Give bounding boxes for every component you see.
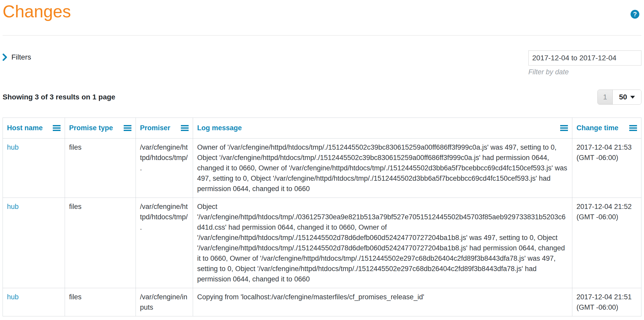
page-size-dropdown[interactable]: 50 [613,90,641,104]
date-range-input[interactable] [528,50,641,66]
column-menu-icon[interactable] [53,125,61,131]
filters-label: Filters [11,53,31,61]
chevron-right-icon [3,54,7,61]
table-header-row: Host name Promise type Promiser [3,118,641,139]
table-row: hub files /var/cfengine/httpd/htdocs/tmp… [3,198,641,288]
column-menu-icon[interactable] [560,125,568,131]
host-name-cell: hub [3,288,65,316]
host-name-cell: hub [3,139,65,198]
column-header-change-time: Change time [572,118,641,139]
column-header-promise-type: Promise type [65,118,136,139]
log-message-cell: Object '/var/cfengine/httpd/htdocs/tmp/.… [193,198,572,288]
pagination: 1 50 [597,90,641,105]
changes-table: Host name Promise type Promiser [3,118,641,316]
changes-page: Changes ? Filters Filter by date Showing… [0,0,644,316]
column-header-log-message: Log message [193,118,572,139]
results-row: Showing 3 of 3 results on 1 page 1 50 [3,90,641,105]
log-message-cell: Copying from 'localhost:/var/cfengine/ma… [193,288,572,316]
help-icon[interactable]: ? [631,10,639,19]
results-summary: Showing 3 of 3 results on 1 page [3,93,115,101]
date-filter-hint: Filter by date [528,68,641,76]
page-title: Changes [3,0,641,21]
page-number-button[interactable]: 1 [598,90,613,104]
filters-toggle[interactable]: Filters [3,50,31,61]
table-row: hub files /var/cfengine/httpd/htdocs/tmp… [3,139,641,198]
column-menu-icon[interactable] [629,125,637,131]
page-header: Changes ? [3,0,641,35]
host-link[interactable]: hub [7,203,19,210]
promise-type-cell: files [65,198,136,288]
promiser-cell: /var/cfengine/httpd/htdocs/tmp/. [136,139,193,198]
host-link[interactable]: hub [7,293,19,301]
change-time-cell: 2017-12-04 21:53 (GMT -06:00) [572,139,641,198]
change-time-cell: 2017-12-04 21:51 (GMT -06:00) [572,288,641,316]
column-menu-icon[interactable] [124,125,131,131]
change-time-cell: 2017-12-04 21:52 (GMT -06:00) [572,198,641,288]
log-message-cell: Owner of '/var/cfengine/httpd/htdocs/tmp… [193,139,572,198]
column-header-host-name: Host name [3,118,65,139]
host-link[interactable]: hub [7,143,19,151]
promise-type-cell: files [65,139,136,198]
table-row: hub files /var/cfengine/inputs Copying f… [3,288,641,316]
promiser-cell: /var/cfengine/httpd/htdocs/tmp/. [136,198,193,288]
page-size-value: 50 [619,93,627,101]
host-name-cell: hub [3,198,65,288]
column-header-promiser: Promiser [136,118,193,139]
date-filter: Filter by date [528,50,641,76]
column-menu-icon[interactable] [181,125,189,131]
filters-row: Filters Filter by date [3,50,641,76]
caret-down-icon [630,96,635,99]
promise-type-cell: files [65,288,136,316]
promiser-cell: /var/cfengine/inputs [136,288,193,316]
